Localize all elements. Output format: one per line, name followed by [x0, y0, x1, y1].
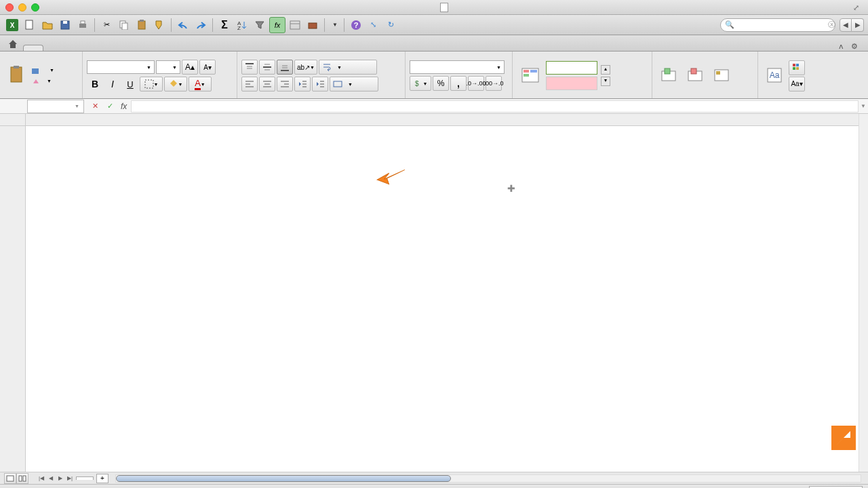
- paste-button[interactable]: [4, 58, 28, 94]
- search-input[interactable]: [737, 20, 828, 30]
- fullscreen-icon[interactable]: ⤢: [853, 3, 863, 12]
- sync-arrows-icon[interactable]: ⤡: [366, 17, 382, 33]
- format-cells-button[interactable]: [709, 58, 734, 94]
- sheet-nav-next[interactable]: ▶: [56, 474, 65, 483]
- font-name-select[interactable]: ▼: [87, 60, 155, 74]
- fx-icon[interactable]: fx: [121, 102, 127, 111]
- font-color-button[interactable]: A▼: [189, 77, 212, 92]
- undo-icon[interactable]: [175, 17, 191, 33]
- increase-font-icon[interactable]: A▴: [182, 60, 198, 75]
- increase-indent-icon[interactable]: [312, 77, 328, 92]
- wrap-text-button[interactable]: ▼: [319, 60, 377, 75]
- open-icon[interactable]: [39, 17, 56, 33]
- zoom-window-button[interactable]: [31, 3, 39, 12]
- search-box[interactable]: 🔍 ⓧ: [720, 18, 835, 32]
- orientation-icon[interactable]: ab↗▼: [294, 60, 317, 75]
- theme-colors-icon[interactable]: [789, 60, 805, 75]
- align-left-icon[interactable]: [241, 77, 258, 92]
- style-gallery-button[interactable]: ▾: [601, 77, 610, 86]
- conditional-formatting-button[interactable]: [517, 58, 544, 94]
- excel-icon[interactable]: X: [4, 17, 20, 33]
- formula-input[interactable]: [131, 100, 859, 113]
- save-icon[interactable]: [57, 17, 73, 33]
- tab-charts[interactable]: [84, 45, 104, 51]
- tab-smartart[interactable]: [104, 45, 125, 51]
- ribbon-collapse-icon[interactable]: ʌ: [835, 42, 846, 51]
- autosum-icon[interactable]: Σ: [216, 17, 233, 33]
- zoom-level[interactable]: ▼: [328, 22, 340, 28]
- clear-button[interactable]: ▼: [31, 77, 54, 86]
- minimize-window-button[interactable]: [18, 3, 26, 12]
- delete-button[interactable]: [683, 58, 707, 94]
- border-button[interactable]: ▼: [140, 77, 163, 92]
- sort-icon[interactable]: AZ: [234, 17, 250, 33]
- fill-color-button[interactable]: ▼: [164, 77, 187, 92]
- copy-icon[interactable]: [116, 17, 132, 33]
- theme-fonts-icon[interactable]: Aa▾: [789, 77, 805, 92]
- refresh-icon[interactable]: ↻: [383, 17, 399, 33]
- column-headers[interactable]: [26, 114, 859, 126]
- bold-button[interactable]: B: [87, 77, 103, 92]
- cut-icon[interactable]: ✂: [98, 17, 115, 33]
- themes-button[interactable]: Aa: [762, 58, 787, 94]
- nav-prev-button[interactable]: ◀: [840, 18, 852, 32]
- merge-button[interactable]: ▼: [330, 77, 378, 92]
- cells-area[interactable]: [26, 126, 859, 472]
- decrease-indent-icon[interactable]: [294, 77, 311, 92]
- style-scroll-up[interactable]: ▴: [601, 65, 610, 75]
- accept-formula-icon[interactable]: ✓: [103, 100, 117, 113]
- tab-tables[interactable]: [64, 45, 84, 51]
- number-format-select[interactable]: ▼: [410, 60, 505, 74]
- tab-review[interactable]: [165, 45, 186, 51]
- align-center-icon[interactable]: [259, 77, 275, 92]
- nav-next-button[interactable]: ▶: [852, 18, 864, 32]
- sheet-tab-1[interactable]: [76, 476, 94, 480]
- sheet-nav-first[interactable]: |◀: [37, 474, 46, 483]
- filter-icon[interactable]: [252, 17, 268, 33]
- cancel-formula-icon[interactable]: ✕: [88, 100, 102, 113]
- insert-button[interactable]: [656, 58, 681, 94]
- italic-button[interactable]: I: [104, 77, 121, 92]
- currency-icon[interactable]: $▼: [410, 76, 431, 91]
- redo-icon[interactable]: [193, 17, 209, 33]
- comma-icon[interactable]: ,: [450, 76, 467, 91]
- add-sheet-button[interactable]: +: [96, 474, 108, 483]
- new-file-icon[interactable]: [22, 17, 38, 33]
- tab-layout[interactable]: [43, 45, 64, 51]
- name-box[interactable]: ▼: [27, 100, 84, 113]
- clear-search-icon[interactable]: ⓧ: [828, 20, 835, 30]
- align-right-icon[interactable]: [277, 77, 293, 92]
- select-all-corner[interactable]: [0, 114, 26, 126]
- sheet-nav-prev[interactable]: ◀: [46, 474, 56, 483]
- align-middle-icon[interactable]: [259, 60, 275, 75]
- horizontal-scrollbar[interactable]: [115, 474, 861, 483]
- style-normal[interactable]: [546, 61, 597, 75]
- show-formulas-icon[interactable]: [287, 17, 303, 33]
- underline-button[interactable]: U: [122, 77, 138, 92]
- close-window-button[interactable]: [5, 3, 14, 12]
- expand-formula-bar-icon[interactable]: ▼: [859, 103, 868, 109]
- toolbox-icon[interactable]: [304, 17, 321, 33]
- decrease-font-icon[interactable]: A▾: [199, 60, 216, 75]
- spreadsheet-grid[interactable]: ✚: [0, 114, 868, 472]
- decrease-decimal-icon[interactable]: .00→.0: [486, 76, 502, 91]
- fill-button[interactable]: ▼: [31, 66, 54, 75]
- paste-icon[interactable]: [134, 17, 150, 33]
- fx-toggle-icon[interactable]: fx: [269, 17, 285, 33]
- view-normal-icon[interactable]: [4, 473, 16, 484]
- sheet-nav-last[interactable]: ▶|: [65, 474, 75, 483]
- percent-icon[interactable]: %: [433, 76, 449, 91]
- help-icon[interactable]: ?: [348, 17, 364, 33]
- row-headers[interactable]: [0, 126, 26, 472]
- format-painter-icon[interactable]: [151, 17, 167, 33]
- home-icon[interactable]: [5, 37, 20, 51]
- print-icon[interactable]: [75, 17, 91, 33]
- view-page-layout-icon[interactable]: [16, 473, 28, 484]
- font-size-select[interactable]: ▼: [156, 60, 180, 74]
- tab-formulas[interactable]: [125, 45, 145, 51]
- align-top-icon[interactable]: [241, 60, 258, 75]
- vertical-scrollbar[interactable]: [859, 114, 868, 472]
- tab-home[interactable]: [23, 45, 43, 51]
- sum-display[interactable]: ▼: [809, 486, 863, 489]
- style-bad[interactable]: [546, 77, 597, 90]
